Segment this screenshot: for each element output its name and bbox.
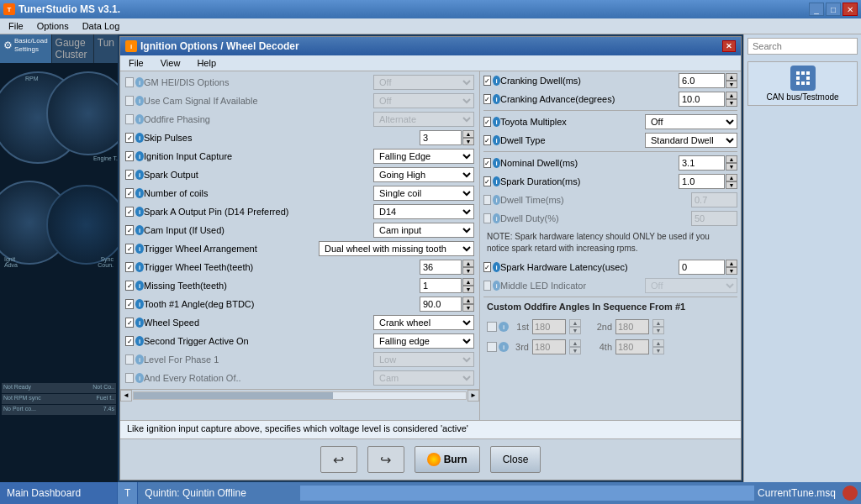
check-latency[interactable]: ✓ bbox=[483, 262, 491, 272]
info-second-trigger[interactable]: i bbox=[135, 336, 144, 346]
spin-down-teeth[interactable]: ▼ bbox=[462, 267, 474, 275]
info-skip[interactable]: i bbox=[135, 133, 144, 143]
input-cranking-advance[interactable] bbox=[679, 92, 725, 107]
tab-tun[interactable]: Tun bbox=[94, 34, 118, 63]
check-trigger-teeth[interactable]: ✓ bbox=[125, 262, 134, 272]
input-nominal-dwell[interactable] bbox=[679, 155, 725, 171]
dialog-menu-view[interactable]: View bbox=[156, 57, 186, 69]
select-num-coils[interactable]: Single coil Wasted spark bbox=[373, 186, 474, 201]
spin-down-missing[interactable]: ▼ bbox=[462, 286, 474, 293]
check-dwell-type[interactable]: ✓ bbox=[483, 135, 491, 145]
check-gm-hei[interactable] bbox=[125, 77, 134, 87]
input-trigger-teeth[interactable] bbox=[420, 260, 462, 275]
input-spark-duration[interactable] bbox=[679, 174, 725, 189]
menu-file[interactable]: File bbox=[2, 19, 30, 33]
info-spark-dur[interactable]: i bbox=[493, 176, 500, 186]
check-spark-pin[interactable]: ✓ bbox=[125, 207, 134, 217]
spin-up-latency[interactable]: ▲ bbox=[726, 260, 737, 267]
select-spark-output[interactable]: Going High Going Low bbox=[373, 167, 474, 182]
select-dwell-type[interactable]: Standard Dwell bbox=[645, 133, 737, 148]
minimize-btn[interactable]: _ bbox=[809, 3, 824, 16]
info-nominal[interactable]: i bbox=[493, 158, 500, 168]
bottom-tab-main[interactable]: Main Dashboard bbox=[0, 482, 118, 504]
check-nominal[interactable]: ✓ bbox=[483, 158, 491, 168]
input-skip-pulses[interactable] bbox=[420, 130, 462, 145]
check-cam[interactable]: ✓ bbox=[125, 225, 134, 235]
select-ignition-capture[interactable]: Falling Edge Rising Edge bbox=[373, 149, 474, 164]
select-cam-input[interactable]: Cam input bbox=[373, 223, 474, 238]
horizontal-scrollbar[interactable]: ◄ ► bbox=[120, 389, 479, 401]
input-tooth-angle[interactable] bbox=[420, 297, 462, 312]
select-second-trigger[interactable]: Falling edge Rising edge bbox=[373, 333, 474, 349]
check-toyota[interactable]: ✓ bbox=[483, 117, 491, 127]
spin-down-spark-dur[interactable]: ▼ bbox=[726, 181, 737, 189]
tab-basic-load[interactable]: ⚙ Basic/Load Settings bbox=[0, 34, 52, 63]
input-cranking-dwell[interactable] bbox=[679, 73, 725, 88]
spin-up-crank-dwell[interactable]: ▲ bbox=[726, 73, 737, 81]
info-spark-pin[interactable]: i bbox=[135, 207, 144, 217]
info-spark[interactable]: i bbox=[135, 170, 144, 180]
spin-up-teeth[interactable]: ▲ bbox=[462, 260, 474, 267]
redo-button[interactable]: ↪ bbox=[367, 446, 404, 473]
info-crank-dwell[interactable]: i bbox=[493, 76, 500, 86]
check-wheel-speed[interactable]: ✓ bbox=[125, 318, 134, 328]
info-tooth[interactable]: i bbox=[135, 299, 144, 309]
check-spark-dur[interactable]: ✓ bbox=[483, 176, 491, 186]
check-spark[interactable]: ✓ bbox=[125, 170, 134, 180]
select-oddfire[interactable]: Alternate bbox=[373, 112, 474, 127]
spin-down-skip[interactable]: ▼ bbox=[462, 138, 474, 145]
spin-down-nominal[interactable]: ▼ bbox=[726, 163, 737, 171]
check-tooth[interactable]: ✓ bbox=[125, 299, 134, 309]
info-toyota[interactable]: i bbox=[493, 117, 500, 127]
select-gm-hei[interactable]: Off bbox=[373, 75, 474, 90]
scroll-track[interactable] bbox=[133, 391, 467, 400]
info-crank-adv[interactable]: i bbox=[493, 94, 500, 104]
spin-up-missing[interactable]: ▲ bbox=[462, 278, 474, 286]
info-cam[interactable]: i bbox=[135, 225, 144, 235]
info-latency[interactable]: i bbox=[493, 262, 500, 272]
menu-options[interactable]: Options bbox=[30, 19, 76, 33]
info-missing[interactable]: i bbox=[135, 281, 144, 291]
menu-datalog[interactable]: Data Log bbox=[76, 19, 127, 33]
info-trigger-teeth[interactable]: i bbox=[135, 262, 144, 272]
check-trigger[interactable]: ✓ bbox=[125, 244, 134, 254]
search-input[interactable] bbox=[747, 38, 858, 55]
check-ignition[interactable]: ✓ bbox=[125, 151, 134, 161]
select-wheel-speed[interactable]: Crank wheel Cam wheel bbox=[373, 315, 474, 330]
bottom-tab-t[interactable]: T bbox=[118, 482, 138, 504]
maximize-btn[interactable]: □ bbox=[826, 3, 841, 16]
undo-button[interactable]: ↩ bbox=[320, 446, 357, 473]
close-dialog-button[interactable]: Close bbox=[490, 446, 541, 473]
dialog-menu-file[interactable]: File bbox=[124, 57, 149, 69]
info-use-cam[interactable]: i bbox=[135, 96, 144, 106]
input-spark-latency[interactable] bbox=[679, 260, 725, 275]
scroll-right-btn[interactable]: ► bbox=[467, 390, 479, 402]
spin-up-spark-dur[interactable]: ▲ bbox=[726, 174, 737, 181]
dialog-menu-help[interactable]: Help bbox=[192, 57, 221, 69]
burn-button[interactable]: Burn bbox=[415, 446, 480, 473]
info-wheel-speed[interactable]: i bbox=[135, 318, 144, 328]
check-crank-dwell[interactable]: ✓ bbox=[483, 76, 491, 86]
check-use-cam[interactable] bbox=[125, 96, 134, 106]
check-oddfire[interactable] bbox=[125, 114, 134, 124]
spin-up-crank-adv[interactable]: ▲ bbox=[726, 92, 737, 99]
dialog-close-btn[interactable]: ✕ bbox=[722, 40, 736, 52]
spin-down-crank-dwell[interactable]: ▼ bbox=[726, 81, 737, 88]
spin-up-skip[interactable]: ▲ bbox=[462, 130, 474, 138]
scroll-thumb[interactable] bbox=[134, 392, 333, 399]
spin-up-nominal[interactable]: ▲ bbox=[726, 155, 737, 163]
info-ignition[interactable]: i bbox=[135, 151, 144, 161]
select-use-cam[interactable]: Off bbox=[373, 93, 474, 108]
scroll-left-btn[interactable]: ◄ bbox=[120, 390, 132, 402]
info-gm-hei[interactable]: i bbox=[135, 77, 144, 87]
info-trigger[interactable]: i bbox=[135, 244, 144, 254]
select-spark-a-pin[interactable]: D14 D15 bbox=[373, 204, 474, 219]
tab-gauge-cluster[interactable]: Gauge Cluster bbox=[52, 34, 94, 63]
check-second-trigger[interactable]: ✓ bbox=[125, 336, 134, 346]
check-crank-adv[interactable]: ✓ bbox=[483, 94, 491, 104]
info-oddfire[interactable]: i bbox=[135, 114, 144, 124]
input-missing-teeth[interactable] bbox=[420, 278, 462, 293]
info-dwell-type[interactable]: i bbox=[493, 135, 500, 145]
select-trigger-wheel[interactable]: Dual wheel with missing tooth Single whe… bbox=[319, 241, 474, 256]
check-coils[interactable]: ✓ bbox=[125, 188, 134, 198]
